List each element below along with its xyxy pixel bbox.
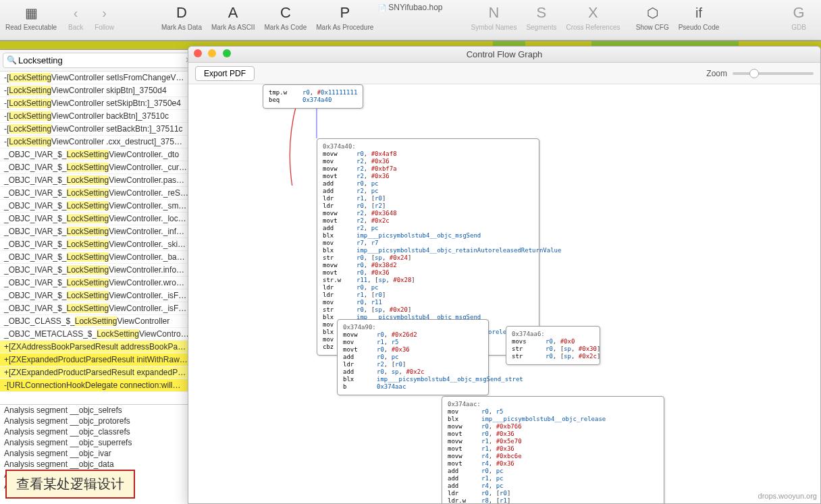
- symbol-row[interactable]: _OBJC_IVAR_$_LockSettingViewController._…: [0, 302, 198, 315]
- asm-block[interactable]: 0x374aac: movr0, r5 blximp___picsymbolst…: [442, 396, 664, 503]
- symbol-row[interactable]: _OBJC_METACLASS_$_LockSettingViewContro…: [0, 328, 198, 341]
- asm-block[interactable]: tmp.wr0, #0x11111111 beq0x374a40: [263, 84, 363, 109]
- symbol-list[interactable]: -[LockSettingViewController setIsFromCha…: [0, 72, 198, 404]
- symbol-row[interactable]: -[LockSettingViewController setSkipBtn:]…: [0, 97, 198, 110]
- mark-data-icon: D: [176, 3, 187, 22]
- main-toolbar: ▦Read Executable‹Back›FollowDMark As Dat…: [0, 0, 821, 40]
- symbol-row[interactable]: -[LockSettingViewController .cxx_destruc…: [0, 136, 198, 148]
- tool-label: Segments: [526, 24, 556, 31]
- zoom-icon[interactable]: [223, 49, 231, 57]
- back-icon: ‹: [66, 3, 85, 22]
- tool-label: Back: [68, 24, 83, 31]
- tool-gdb: GGDB: [791, 3, 806, 31]
- search-icon: 🔍: [7, 55, 17, 65]
- log-row: Analysis segment __objc_selrefs: [0, 405, 198, 416]
- window-toolbar: Export PDF Zoom: [188, 63, 820, 84]
- symbol-row[interactable]: _OBJC_IVAR_$_LockSettingViewController._…: [0, 200, 198, 213]
- symbol-row[interactable]: -[LockSettingViewController setBackBtn:]…: [0, 123, 198, 136]
- zoom-label: Zoom: [706, 69, 727, 78]
- log-row: Analysis segment __objc_superrefs: [0, 437, 198, 448]
- symbol-row[interactable]: _OBJC_IVAR_$_LockSettingViewController._…: [0, 148, 198, 161]
- symbol-row[interactable]: _OBJC_IVAR_$_LockSettingViewController.i…: [0, 264, 198, 277]
- xrefs-icon: X: [588, 3, 598, 22]
- symbol-row[interactable]: _OBJC_IVAR_$_LockSettingViewController.w…: [0, 277, 198, 289]
- cfg-window: Control Flow Graph Export PDF Zoom tmp.w…: [188, 46, 821, 504]
- tool-label: Cross References: [566, 24, 620, 31]
- symbol-row[interactable]: _OBJC_IVAR_$_LockSettingViewController._…: [0, 238, 198, 251]
- search-input[interactable]: [3, 53, 196, 68]
- symbol-row[interactable]: +[ZXExpandedProductParsedResult initWith…: [0, 354, 198, 366]
- mark-proc-icon: P: [340, 3, 350, 22]
- gdb-icon: G: [793, 3, 805, 22]
- close-icon[interactable]: [194, 49, 202, 57]
- symbol-row[interactable]: -[URLConnectionHookDelegate connection:w…: [0, 379, 198, 392]
- tool-label: Show CFG: [636, 24, 669, 31]
- annotation-label: 查看某处逻辑设计: [5, 470, 135, 499]
- zoom-control: Zoom: [706, 69, 814, 78]
- tool-segments: SSegments: [526, 3, 556, 31]
- tool-show-cfg[interactable]: ⬡Show CFG: [636, 3, 669, 31]
- cfg-canvas[interactable]: tmp.wr0, #0x11111111 beq0x374a40 0x374a4…: [188, 84, 820, 503]
- tool-label: Follow: [95, 24, 114, 31]
- symbol-row[interactable]: _OBJC_IVAR_$_LockSettingViewController._…: [0, 289, 198, 302]
- log-row: Analysis segment __objc_ivar: [0, 448, 198, 459]
- export-pdf-button[interactable]: Export PDF: [195, 66, 255, 81]
- tool-follow: ›Follow: [95, 3, 114, 31]
- watermark: drops.wooyun.org: [758, 492, 817, 500]
- tool-sym-names: NSymbol Names: [471, 3, 517, 31]
- slider-thumb[interactable]: [749, 69, 759, 78]
- segments-icon: S: [537, 3, 547, 22]
- symbol-row[interactable]: _OBJC_CLASS_$_LockSettingViewController: [0, 315, 198, 328]
- sym-names-icon: N: [489, 3, 500, 22]
- log-row: Analysis segment __objc_protorefs: [0, 416, 198, 426]
- symbol-row[interactable]: _OBJC_IVAR_$_LockSettingViewController._…: [0, 213, 198, 225]
- follow-icon: ›: [95, 3, 114, 22]
- tool-label: Mark As Procedure: [316, 24, 373, 31]
- tool-label: Mark As Data: [161, 24, 202, 31]
- tool-mark-code[interactable]: CMark As Code: [264, 3, 307, 31]
- tool-back: ‹Back: [66, 3, 85, 31]
- tool-label: Symbol Names: [471, 24, 517, 31]
- read-exec-icon: ▦: [22, 3, 41, 22]
- symbol-row[interactable]: _OBJC_IVAR_$_LockSettingViewController._…: [0, 225, 198, 238]
- tool-label: Mark As Code: [264, 24, 307, 31]
- asm-block[interactable]: 0x374aa6: movsr0, #0x0 strr0, [sp, #0x30…: [506, 326, 600, 365]
- tool-mark-data[interactable]: DMark As Data: [161, 3, 202, 31]
- show-cfg-icon: ⬡: [643, 3, 662, 22]
- mark-code-icon: C: [280, 3, 291, 22]
- tool-label: Read Executable: [5, 24, 57, 31]
- tool-label: GDB: [791, 24, 806, 31]
- symbol-row[interactable]: -[LockSettingViewController setIsFromCha…: [0, 72, 198, 84]
- symbol-row[interactable]: _OBJC_IVAR_$_LockSettingViewController._…: [0, 161, 198, 174]
- tool-label: Mark As ASCII: [211, 24, 255, 31]
- tool-mark-proc[interactable]: PMark As Procedure: [316, 3, 373, 31]
- tool-mark-ascii[interactable]: AMark As ASCII: [211, 3, 255, 31]
- symbol-row[interactable]: _OBJC_IVAR_$_LockSettingViewController._…: [0, 251, 198, 264]
- symbol-row[interactable]: _OBJC_IVAR_$_LockSettingViewController._…: [0, 187, 198, 200]
- sidebar: 🔍 ✕ -[LockSettingViewController setIsFro…: [0, 50, 199, 504]
- tool-read-exec[interactable]: ▦Read Executable: [5, 3, 57, 31]
- symbol-row[interactable]: _OBJC_IVAR_$_LockSettingViewController.p…: [0, 174, 198, 187]
- minimize-icon[interactable]: [208, 49, 216, 57]
- symbol-row[interactable]: -[LockSettingViewController backBtn]_375…: [0, 110, 198, 123]
- window-title: Control Flow Graph: [188, 49, 820, 59]
- asm-block[interactable]: 0x374a90: movwr0, #0x26d2 movr1, r5 movt…: [337, 319, 489, 395]
- zoom-slider[interactable]: [733, 72, 814, 75]
- tool-label: Pseudo Code: [679, 24, 720, 31]
- tool-pseudo[interactable]: ifPseudo Code: [679, 3, 720, 31]
- pseudo-icon: if: [689, 3, 708, 22]
- symbol-row[interactable]: +[ZXAddressBookParsedResult addressBookP…: [0, 341, 198, 354]
- log-row: Analysis segment __objc_classrefs: [0, 426, 198, 437]
- tool-xrefs: XCross References: [566, 3, 620, 31]
- symbol-row[interactable]: -[LockSettingViewController skipBtn]_375…: [0, 84, 198, 97]
- mark-ascii-icon: A: [228, 3, 238, 22]
- symbol-row[interactable]: +[ZXExpandedProductParsedResult expanded…: [0, 366, 198, 379]
- log-row: Analysis segment __objc_data: [0, 459, 198, 470]
- window-titlebar[interactable]: Control Flow Graph: [188, 47, 820, 63]
